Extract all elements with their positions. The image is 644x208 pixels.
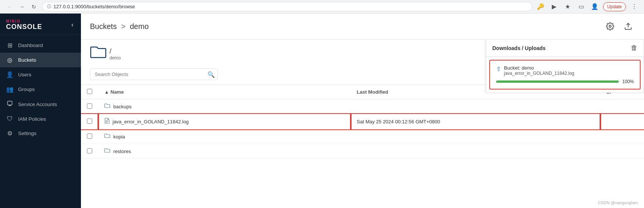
sidebar-item-label: Buckets <box>18 57 36 63</box>
url-text: 127.0.0.1:9000/buckets/demo/browse <box>53 4 135 9</box>
sidebar-item-dashboard[interactable]: ⊞ Dashboard <box>0 38 81 53</box>
dashboard-icon: ⊞ <box>6 42 14 49</box>
profile-icon[interactable]: 👤 <box>589 2 600 12</box>
progress-bar-fill <box>496 80 619 83</box>
sidebar-item-label: Dashboard <box>18 43 43 48</box>
row-checkbox-cell <box>81 99 98 114</box>
row-checkbox[interactable] <box>87 118 92 124</box>
row-checkbox[interactable] <box>87 148 92 153</box>
sidebar-item-groups[interactable]: 👥 Groups <box>0 82 81 97</box>
browser-toolbar-right: 🔑 ▶ ★ ▭ 👤 Update ⋮ <box>535 2 639 12</box>
row-modified-cell <box>351 144 600 159</box>
row-modified-cell <box>351 129 600 144</box>
row-filename: java_error_in_GOLAND_11842.log <box>113 119 189 124</box>
sidebar-item-service-accounts[interactable]: Service Accounts <box>0 97 81 112</box>
cast-icon[interactable]: ▶ <box>549 2 559 12</box>
downloads-panel-close-button[interactable]: 🗑 <box>631 44 638 52</box>
path-slash: / <box>110 47 121 55</box>
folder-icon <box>104 133 110 140</box>
key-icon[interactable]: 🔑 <box>535 2 546 12</box>
row-checkbox-cell <box>81 129 98 144</box>
settings-icon: ⚙ <box>6 130 14 137</box>
upload-button[interactable] <box>621 20 635 33</box>
search-button[interactable]: 🔍 <box>207 71 215 78</box>
back-button[interactable]: ← <box>5 2 15 12</box>
sidebar-item-label: Service Accounts <box>18 102 57 107</box>
content-area: / demo 🔍 Download S <box>81 39 644 208</box>
select-all-cell <box>81 85 98 99</box>
info-icon: ⇧ <box>496 65 501 73</box>
downloads-panel-title: Downloads / Uploads <box>492 45 546 51</box>
col-name-sort-icon: ▲ <box>104 89 109 95</box>
sidebar-item-iam-policies[interactable]: 🛡 IAM Policies <box>0 112 81 126</box>
sidebar-collapse-button[interactable]: ‹ <box>70 20 75 30</box>
download-item-header: ⇧ Bucket: demo java_error_in_GOLAND_1184… <box>496 65 634 76</box>
sidebar-item-users[interactable]: 👤 Users <box>0 67 81 82</box>
row-checkbox-cell <box>81 144 98 159</box>
sidebar-item-buckets[interactable]: ◎ Buckets <box>0 53 81 67</box>
header-actions <box>603 20 635 33</box>
search-input[interactable] <box>90 68 218 80</box>
row-checkbox[interactable] <box>87 103 92 109</box>
downloads-panel-header: Downloads / Uploads 🗑 <box>486 39 644 57</box>
breadcrumb-separator: > <box>121 22 126 30</box>
row-checkbox[interactable] <box>87 134 92 139</box>
tab-icon[interactable]: ▭ <box>576 2 586 12</box>
progress-bar-wrap <box>496 80 619 83</box>
row-name-cell[interactable]: backups <box>98 99 351 114</box>
row-size-cell <box>600 144 644 159</box>
breadcrumb-current: demo <box>130 22 149 30</box>
table-row: java_error_in_GOLAND_11842.logSat May 25… <box>81 114 644 129</box>
row-name-cell[interactable]: kopia <box>98 129 351 144</box>
progress-percent: 100% <box>622 79 634 84</box>
sidebar-header: MIN|O CONSOLE ‹ <box>0 14 81 35</box>
iam-icon: 🛡 <box>6 115 14 122</box>
bookmark-icon[interactable]: ★ <box>562 2 573 12</box>
service-accounts-icon <box>6 100 14 108</box>
menu-icon[interactable]: ⋮ <box>629 2 639 12</box>
row-size-cell <box>600 114 644 129</box>
address-bar[interactable]: ⓘ 127.0.0.1:9000/buckets/demo/browse <box>42 2 532 11</box>
breadcrumb-buckets[interactable]: Buckets <box>90 22 117 30</box>
download-item-filename: java_error_in_GOLAND_11842.log <box>504 71 634 76</box>
row-filename: kopia <box>113 134 125 140</box>
sidebar-nav: ⊞ Dashboard ◎ Buckets 👤 Users 👥 Groups <box>0 35 81 208</box>
sidebar-item-label: Users <box>18 72 31 77</box>
row-filename: backups <box>113 104 131 109</box>
col-name-header[interactable]: ▲ Name <box>98 85 351 99</box>
groups-icon: 👥 <box>6 86 14 93</box>
footer-watermark: CSDN @nangonghen <box>598 200 638 205</box>
sidebar-logo: MIN|O CONSOLE <box>6 20 42 30</box>
file-icon <box>104 118 110 125</box>
progress-row: 100% <box>496 79 634 84</box>
path-bucket: demo <box>110 55 121 61</box>
sidebar-item-settings[interactable]: ⚙ Settings <box>0 126 81 141</box>
download-item-bucket: Bucket: demo <box>504 65 634 71</box>
search-input-wrap: 🔍 <box>90 68 218 80</box>
sidebar-item-label: Groups <box>18 87 35 92</box>
sidebar-item-label: IAM Policies <box>18 116 46 122</box>
path-info: / demo <box>110 47 121 61</box>
settings-button[interactable] <box>603 20 617 33</box>
folder-icon <box>104 103 110 110</box>
svg-rect-0 <box>8 101 12 105</box>
sidebar-item-label: Settings <box>18 131 37 136</box>
row-name-cell[interactable]: java_error_in_GOLAND_11842.log <box>98 114 351 129</box>
download-item: ⇧ Bucket: demo java_error_in_GOLAND_1184… <box>489 60 641 90</box>
select-all-checkbox[interactable] <box>87 89 92 94</box>
file-table: ▲ Name Last Modified Si backupsjava_erro… <box>81 85 644 159</box>
logo-console: CONSOLE <box>6 23 42 30</box>
svg-point-3 <box>609 25 611 27</box>
forward-button[interactable]: → <box>17 2 27 12</box>
breadcrumb: Buckets > demo <box>90 22 149 31</box>
downloads-panel: Downloads / Uploads 🗑 ⇧ Bucket: demo jav… <box>486 39 644 93</box>
folder-icon <box>90 46 107 62</box>
browser-nav-buttons: ← → ↻ <box>5 2 39 12</box>
reload-button[interactable]: ↻ <box>29 2 39 12</box>
table-row: restores <box>81 144 644 159</box>
buckets-icon: ◎ <box>6 56 14 64</box>
page-header: Buckets > demo <box>81 14 644 39</box>
row-name-cell[interactable]: restores <box>98 144 351 159</box>
security-icon: ⓘ <box>47 4 51 9</box>
update-button[interactable]: Update <box>603 2 626 11</box>
